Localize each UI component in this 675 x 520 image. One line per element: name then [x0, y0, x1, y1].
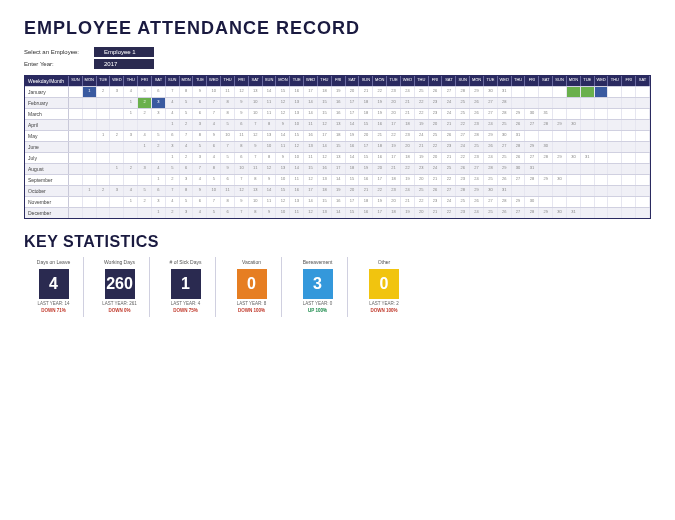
day-cell[interactable] — [608, 186, 622, 196]
day-cell[interactable] — [553, 142, 567, 152]
day-cell[interactable] — [553, 131, 567, 141]
day-cell[interactable]: 29 — [539, 175, 553, 185]
day-cell[interactable] — [595, 186, 609, 196]
day-cell[interactable]: 23 — [429, 109, 443, 119]
day-cell[interactable]: 26 — [498, 175, 512, 185]
day-cell[interactable]: 11 — [290, 208, 304, 218]
day-cell[interactable]: 14 — [332, 208, 346, 218]
day-cell[interactable] — [539, 98, 553, 108]
day-cell[interactable]: 3 — [166, 142, 180, 152]
day-cell[interactable]: 8 — [263, 120, 277, 130]
day-cell[interactable] — [595, 98, 609, 108]
day-cell[interactable]: 27 — [456, 131, 470, 141]
day-cell[interactable]: 21 — [442, 120, 456, 130]
day-cell[interactable] — [69, 197, 83, 207]
day-cell[interactable] — [636, 175, 650, 185]
day-cell[interactable]: 7 — [249, 153, 263, 163]
day-cell[interactable]: 27 — [484, 197, 498, 207]
day-cell[interactable]: 14 — [318, 142, 332, 152]
day-cell[interactable] — [636, 98, 650, 108]
day-cell[interactable]: 8 — [249, 175, 263, 185]
day-cell[interactable]: 3 — [193, 153, 207, 163]
day-cell[interactable] — [83, 98, 97, 108]
day-cell[interactable]: 9 — [235, 197, 249, 207]
day-cell[interactable]: 16 — [359, 175, 373, 185]
day-cell[interactable] — [636, 186, 650, 196]
day-cell[interactable]: 24 — [470, 208, 484, 218]
day-cell[interactable]: 4 — [138, 131, 152, 141]
day-cell[interactable]: 19 — [373, 98, 387, 108]
day-cell[interactable]: 16 — [304, 131, 318, 141]
day-cell[interactable]: 16 — [332, 197, 346, 207]
day-cell[interactable]: 27 — [484, 98, 498, 108]
day-cell[interactable] — [608, 109, 622, 119]
day-cell[interactable] — [83, 131, 97, 141]
day-cell[interactable]: 17 — [318, 131, 332, 141]
day-cell[interactable]: 17 — [346, 98, 360, 108]
day-cell[interactable]: 6 — [193, 109, 207, 119]
day-cell[interactable] — [110, 142, 124, 152]
day-cell[interactable] — [138, 208, 152, 218]
day-cell[interactable]: 15 — [346, 208, 360, 218]
day-cell[interactable]: 31 — [581, 153, 595, 163]
day-cell[interactable]: 26 — [470, 98, 484, 108]
day-cell[interactable] — [110, 208, 124, 218]
day-cell[interactable] — [581, 98, 595, 108]
day-cell[interactable]: 27 — [525, 153, 539, 163]
day-cell[interactable]: 18 — [359, 197, 373, 207]
day-cell[interactable]: 6 — [193, 197, 207, 207]
day-cell[interactable] — [539, 164, 553, 174]
day-cell[interactable]: 1 — [97, 131, 111, 141]
day-cell[interactable]: 13 — [290, 109, 304, 119]
day-cell[interactable] — [124, 208, 138, 218]
day-cell[interactable]: 18 — [332, 131, 346, 141]
day-cell[interactable]: 2 — [152, 142, 166, 152]
day-cell[interactable]: 6 — [235, 153, 249, 163]
day-cell[interactable]: 21 — [401, 109, 415, 119]
day-cell[interactable]: 22 — [442, 208, 456, 218]
day-cell[interactable]: 19 — [415, 120, 429, 130]
day-cell[interactable] — [581, 109, 595, 119]
day-cell[interactable] — [110, 153, 124, 163]
day-cell[interactable]: 1 — [166, 120, 180, 130]
day-cell[interactable]: 3 — [138, 164, 152, 174]
day-cell[interactable]: 2 — [124, 164, 138, 174]
day-cell[interactable]: 13 — [290, 98, 304, 108]
day-cell[interactable]: 15 — [318, 197, 332, 207]
day-cell[interactable]: 12 — [290, 142, 304, 152]
day-cell[interactable]: 11 — [304, 120, 318, 130]
day-cell[interactable] — [595, 131, 609, 141]
day-cell[interactable]: 28 — [456, 87, 470, 97]
day-cell[interactable]: 28 — [456, 186, 470, 196]
day-cell[interactable]: 20 — [373, 164, 387, 174]
day-cell[interactable] — [581, 142, 595, 152]
day-cell[interactable]: 22 — [373, 186, 387, 196]
day-cell[interactable]: 27 — [525, 120, 539, 130]
day-cell[interactable]: 16 — [290, 87, 304, 97]
day-cell[interactable]: 1 — [166, 153, 180, 163]
day-cell[interactable]: 3 — [152, 197, 166, 207]
day-cell[interactable]: 15 — [290, 131, 304, 141]
day-cell[interactable] — [567, 142, 581, 152]
day-cell[interactable]: 19 — [373, 109, 387, 119]
day-cell[interactable]: 17 — [346, 109, 360, 119]
day-cell[interactable]: 22 — [415, 109, 429, 119]
day-cell[interactable]: 2 — [138, 197, 152, 207]
day-cell[interactable]: 4 — [124, 186, 138, 196]
day-cell[interactable]: 7 — [207, 109, 221, 119]
day-cell[interactable]: 23 — [470, 120, 484, 130]
day-cell[interactable]: 22 — [456, 153, 470, 163]
day-cell[interactable]: 11 — [221, 87, 235, 97]
day-cell[interactable]: 7 — [221, 142, 235, 152]
day-cell[interactable]: 20 — [359, 131, 373, 141]
day-cell[interactable]: 25 — [498, 120, 512, 130]
day-cell[interactable]: 25 — [484, 208, 498, 218]
day-cell[interactable]: 28 — [525, 175, 539, 185]
day-cell[interactable] — [581, 87, 595, 97]
day-cell[interactable]: 16 — [318, 164, 332, 174]
day-cell[interactable]: 5 — [221, 153, 235, 163]
day-cell[interactable]: 13 — [318, 175, 332, 185]
day-cell[interactable]: 25 — [456, 98, 470, 108]
day-cell[interactable]: 1 — [152, 175, 166, 185]
day-cell[interactable]: 20 — [429, 153, 443, 163]
